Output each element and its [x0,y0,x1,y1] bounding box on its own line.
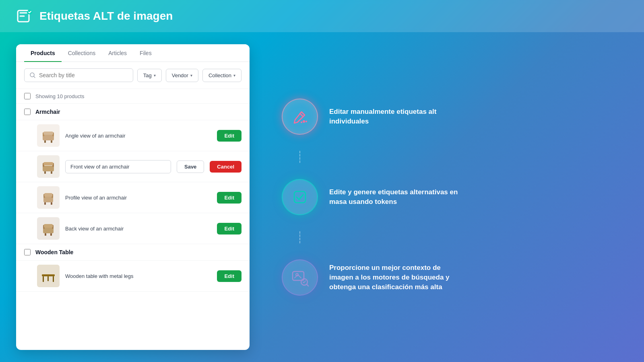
edit-button-angle[interactable]: Edit [217,130,242,142]
svg-rect-24 [44,224,53,228]
alt-text-back: Back view of an armchair [65,226,211,232]
svg-rect-29 [47,276,49,281]
vendor-filter-button[interactable]: Vendor ▾ [166,69,198,82]
app-header: Etiquetas ALT de imagen [0,0,644,32]
image-search-icon [290,267,310,288]
tabs-bar: Products Collections Articles Files [16,44,250,62]
showing-row: Showing 10 products [16,89,250,104]
checkmark-icon [291,188,309,206]
svg-rect-21 [43,228,54,233]
alt-text-angle: Angle view of an armchair [65,133,211,139]
feature-bulk-item: Edite y genere etiquetas alternativas en… [282,179,620,215]
select-all-checkbox[interactable] [24,93,31,99]
feature-bulk-icon-circle [282,179,318,215]
feature-seo-icon-circle [282,259,318,296]
armchair-angle-thumbnail [37,124,60,147]
svg-rect-20 [51,202,52,205]
search-icon [29,72,36,78]
tab-products[interactable]: Products [24,44,62,62]
save-button[interactable]: Save [177,160,204,173]
left-panel: Products Collections Articles Files Tag … [16,44,250,350]
edit-button-profile[interactable]: Edit [217,192,242,204]
armchair-checkbox[interactable] [24,109,31,115]
armchair-back-thumbnail [37,217,60,240]
table-row: Wooden table with metal legs Edit [16,260,250,291]
svg-rect-31 [42,274,55,275]
alt-text-profile: Profile view of an armchair [65,195,211,201]
search-filter-row: Tag ▾ Vendor ▾ Collection ▾ [16,62,250,89]
wooden-table-group-header: Wooden Table [16,244,250,260]
showing-count: Showing 10 products [35,93,84,99]
armchair-group: Armchair Angle view of an armchair [16,104,250,244]
svg-rect-13 [44,171,46,174]
table-row: Angle view of an armchair Edit [16,120,250,151]
table-row: Back view of an armchair Edit [16,213,250,244]
main-content: Products Collections Articles Files Tag … [0,32,644,362]
collection-filter-button[interactable]: Collection ▾ [202,69,242,82]
svg-rect-19 [44,202,46,205]
table-row: Profile view of an armchair Edit [16,182,250,213]
collection-chevron-icon: ▾ [233,73,235,78]
svg-rect-26 [50,233,52,236]
feature-manual-icon-circle [282,99,318,135]
search-input[interactable] [39,72,128,78]
feature-seo-item: Proporcione un mejor contexto de imagen … [282,259,620,296]
edit-button-back[interactable]: Edit [217,223,242,234]
feature-bulk-text: Edite y genere etiquetas alternativas en… [329,187,458,207]
svg-rect-25 [45,233,46,236]
svg-rect-14 [51,171,52,174]
alt-text-edit-input[interactable] [65,160,171,173]
table-row: Save Cancel [16,151,250,182]
pencil-icon [291,108,309,125]
feature-seo-text: Proporcione un mejor contexto de imagen … [329,263,458,292]
armchair-front-thumbnail [37,155,60,178]
svg-rect-35 [294,191,305,203]
wooden-table-checkbox[interactable] [24,249,31,255]
tab-collections[interactable]: Collections [62,44,102,62]
armchair-group-name: Armchair [35,109,60,115]
app-title: Etiquetas ALT de imagen [39,10,173,23]
svg-rect-3 [43,135,54,140]
svg-rect-30 [53,276,54,282]
app-logo-icon [16,7,34,25]
edit-button-wooden-table[interactable]: Edit [217,270,242,282]
svg-rect-18 [44,193,52,197]
svg-point-37 [296,274,298,276]
dotted-line-2 [299,231,300,243]
wooden-table-group-name: Wooden Table [35,249,73,255]
svg-rect-7 [44,140,46,143]
armchair-profile-thumbnail [37,186,60,209]
vendor-chevron-icon: ▾ [190,73,192,78]
right-panel: Editar manualmente etiquetas alt individ… [266,44,628,350]
feature-manual-text: Editar manualmente etiquetas alt individ… [329,107,458,126]
tag-chevron-icon: ▾ [154,73,156,78]
svg-rect-8 [51,140,52,143]
svg-point-32 [303,120,305,123]
search-box[interactable] [24,68,133,82]
svg-rect-12 [43,162,53,165]
armchair-group-header: Armchair [16,104,250,120]
tab-files[interactable]: Files [133,44,158,62]
svg-rect-28 [43,276,44,282]
cancel-button[interactable]: Cancel [210,161,242,173]
svg-point-34 [301,121,302,123]
svg-rect-6 [43,132,53,135]
dotted-line-1 [299,151,300,163]
wooden-table-thumbnail [37,265,60,287]
svg-rect-9 [43,166,54,171]
feature-manual-item: Editar manualmente etiquetas alt individ… [282,99,620,135]
wooden-table-group: Wooden Table Wooden table with metal leg… [16,244,250,292]
tab-articles[interactable]: Articles [102,44,133,62]
alt-text-wooden-table: Wooden table with metal legs [65,273,211,279]
svg-point-33 [305,121,307,122]
tag-filter-button[interactable]: Tag ▾ [137,69,162,82]
